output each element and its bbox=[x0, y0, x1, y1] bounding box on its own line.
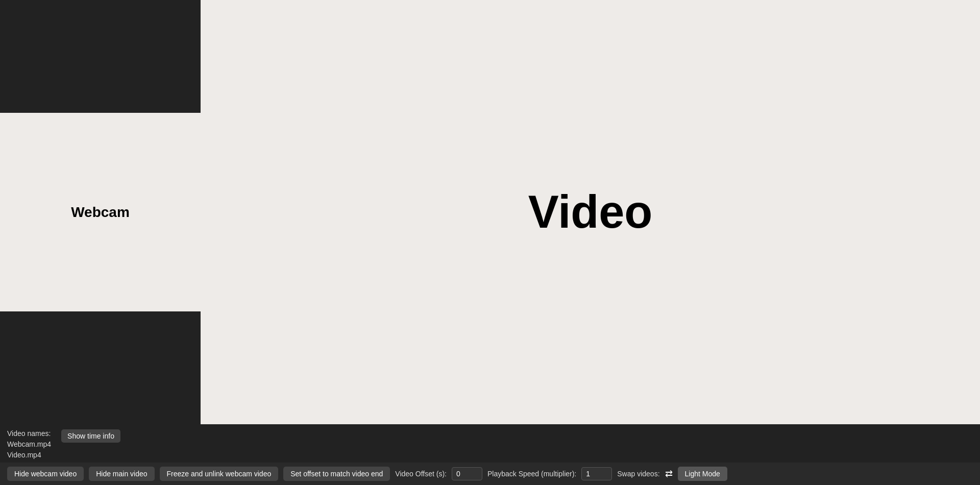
webcam-label-area: Webcam bbox=[0, 113, 201, 311]
set-offset-button[interactable]: Set offset to match video end bbox=[283, 467, 390, 481]
webcam-filename: Webcam.mp4 bbox=[7, 439, 51, 450]
playback-label: Playback Speed (multiplier): bbox=[487, 470, 576, 478]
light-mode-button[interactable]: Light Mode bbox=[678, 467, 727, 481]
offset-label: Video Offset (s): bbox=[395, 470, 447, 478]
webcam-video-top bbox=[0, 0, 201, 113]
bottom-bar: Video names: Webcam.mp4 Video.mp4 Show t… bbox=[0, 424, 980, 485]
offset-input[interactable] bbox=[452, 467, 482, 480]
webcam-video-bottom bbox=[0, 311, 201, 424]
swap-label: Swap videos: bbox=[617, 470, 659, 478]
left-panel: Webcam bbox=[0, 0, 201, 424]
video-names: Video names: Webcam.mp4 Video.mp4 bbox=[7, 428, 51, 460]
freeze-unlink-button[interactable]: Freeze and unlink webcam video bbox=[160, 467, 279, 481]
main-content: Webcam Video bbox=[0, 0, 980, 424]
hide-webcam-button[interactable]: Hide webcam video bbox=[7, 467, 84, 481]
playback-input[interactable] bbox=[581, 467, 612, 480]
hide-main-video-button[interactable]: Hide main video bbox=[89, 467, 154, 481]
video-names-label: Video names: bbox=[7, 428, 51, 439]
right-panel: Video bbox=[201, 0, 980, 424]
show-time-info-button[interactable]: Show time info bbox=[61, 429, 120, 443]
controls-row: Hide webcam video Hide main video Freeze… bbox=[0, 463, 980, 485]
webcam-label: Webcam bbox=[71, 204, 130, 221]
swap-icon[interactable]: ⇄ bbox=[665, 468, 673, 479]
video-label: Video bbox=[528, 186, 652, 238]
info-row: Video names: Webcam.mp4 Video.mp4 Show t… bbox=[0, 424, 980, 463]
video-filename: Video.mp4 bbox=[7, 450, 51, 460]
